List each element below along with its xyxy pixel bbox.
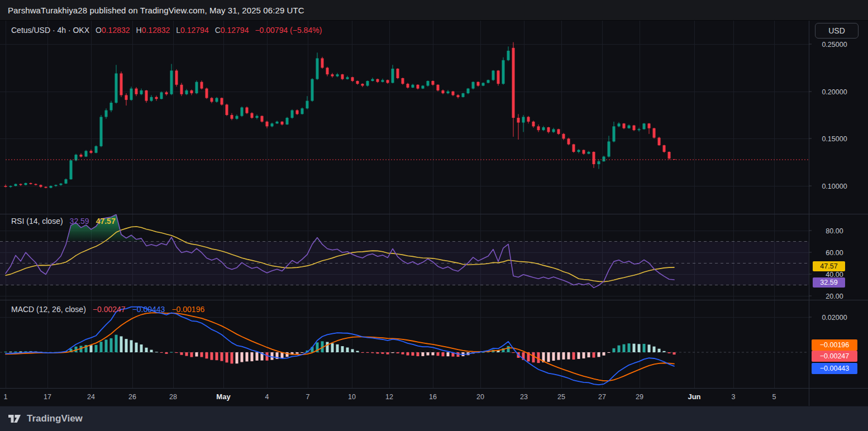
- tradingview-published-chart: ParshwaTurakhiya28 published on TradingV…: [0, 0, 868, 431]
- macd-axis-badge: −0.00247: [812, 351, 857, 362]
- currency-toggle-button[interactable]: USD: [815, 23, 859, 39]
- status-segment: MACD (12, 26, close): [11, 305, 86, 314]
- rsi-axis-badge: 32.59: [813, 277, 845, 288]
- status-segment: 47.57: [96, 217, 116, 226]
- tradingview-logo-icon[interactable]: [8, 413, 22, 424]
- rsi-axis-badge: 47.57: [813, 261, 845, 271]
- chart-pan-area[interactable]: [0, 21, 809, 388]
- status-segment: −0.00794 (−5.84%): [255, 26, 322, 35]
- status-segment: 0.12832: [142, 26, 170, 35]
- macd-axis-badge: −0.00443: [812, 363, 857, 374]
- status-segment: 0.12794: [221, 26, 249, 35]
- status-segment: −0.00443: [132, 305, 165, 314]
- status-segment: L: [176, 26, 180, 35]
- brand-name[interactable]: TradingView: [27, 413, 83, 424]
- status-segment: 0.12794: [180, 26, 209, 35]
- macd-axis-badge: −0.00196: [812, 339, 857, 351]
- publish-header: ParshwaTurakhiya28 published on TradingV…: [0, 0, 868, 21]
- rsi-status-line: RSI (14, close)32.5947.57: [11, 217, 116, 226]
- publish-attribution-text: ParshwaTurakhiya28 published on TradingV…: [8, 6, 304, 15]
- status-segment: H: [136, 26, 142, 35]
- status-segment: O: [96, 26, 102, 35]
- status-segment: 0.12832: [102, 26, 130, 35]
- footer: TradingView: [0, 406, 868, 431]
- symbol-status-line: Cetus/USD · 4h · OKXO0.12832H0.12832L0.1…: [11, 26, 322, 35]
- macd-status-line: MACD (12, 26, close)−0.00247−0.00443−0.0…: [11, 305, 204, 314]
- status-segment: RSI (14, close): [11, 217, 63, 226]
- price-scale[interactable]: [809, 21, 868, 388]
- status-segment: −0.00196: [171, 305, 204, 314]
- status-segment: C: [215, 26, 221, 35]
- status-segment: 32.59: [70, 217, 89, 226]
- time-scale[interactable]: [0, 388, 809, 406]
- status-segment: −0.00247: [93, 305, 126, 314]
- status-segment: Cetus/USD · 4h · OKX: [11, 26, 89, 35]
